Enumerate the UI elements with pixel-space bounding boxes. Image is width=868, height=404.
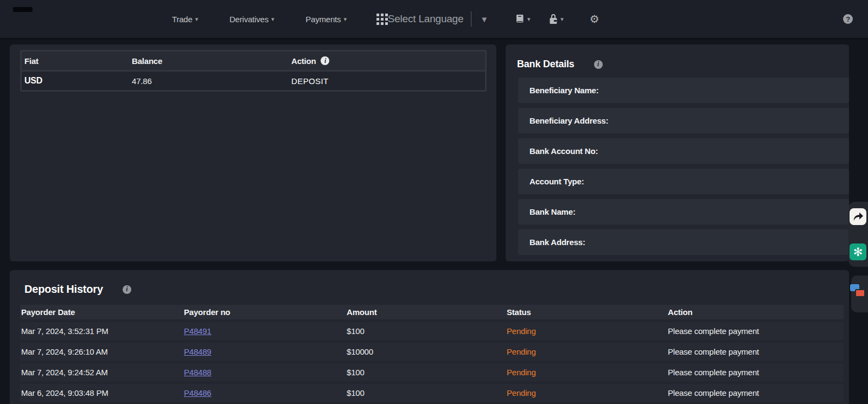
chatgpt-icon[interactable]	[850, 243, 866, 260]
deposit-table-header: Payorder Date Payorder no Amount Status …	[20, 305, 844, 319]
row-action-text: Please complete payment	[668, 368, 844, 377]
payorder-date: Mar 7, 2024, 9:24:52 AM	[20, 368, 184, 377]
chat-bubbles-icon[interactable]	[850, 284, 866, 299]
chevron-down-icon	[195, 16, 198, 22]
amount-col-header: Amount	[347, 307, 507, 317]
page-content: Fiat Balance Action USD 47.86 DEPOSIT	[0, 40, 868, 404]
row-action-text: Please complete payment	[668, 347, 844, 356]
deposit-history-table: Payorder Date Payorder no Amount Status …	[20, 305, 844, 402]
action-col-header: Action	[291, 56, 316, 66]
nav-menu-trade-label: Trade	[172, 15, 193, 24]
payorder-date-col-header: Payorder Date	[20, 307, 184, 317]
book-icon	[514, 14, 525, 24]
language-dropdown-icon[interactable]	[480, 15, 488, 24]
bank-field-account-type: Account Type:	[518, 169, 849, 194]
status-badge: Pending	[507, 388, 668, 397]
bank-field-beneficiary-address: Beneficiary Address:	[518, 108, 849, 133]
table-row: Mar 7, 2024, 9:24:52 AM P48488 $100 Pend…	[20, 363, 844, 381]
app-logo[interactable]	[13, 7, 33, 12]
chevron-down-icon	[560, 16, 563, 22]
amount: $100	[347, 326, 507, 336]
fiat-currency: USD	[22, 76, 132, 86]
bank-details-panel: Bank Details Beneficiary Name: Beneficia…	[506, 44, 849, 261]
status-badge: Pending	[507, 368, 668, 377]
fiat-table: Fiat Balance Action USD 47.86 DEPOSIT	[20, 50, 487, 92]
payorder-no-link[interactable]: P48486	[184, 388, 212, 397]
payorder-date: Mar 6, 2024, 9:03:48 PM	[20, 388, 184, 397]
status-badge: Pending	[507, 326, 668, 336]
nav-menu-payments-label: Payments	[305, 15, 341, 24]
bank-field-label: Bank Account No:	[529, 146, 598, 156]
amount: $10000	[347, 347, 507, 356]
chevron-down-icon	[271, 16, 274, 22]
fiat-table-header: Fiat Balance Action	[22, 52, 485, 70]
bank-field-label: Beneficiary Name:	[529, 86, 599, 95]
payorder-date: Mar 7, 2024, 9:26:10 AM	[20, 347, 184, 356]
fiat-row-usd: USD 47.86 DEPOSIT	[22, 72, 485, 90]
action-col-header: Action	[668, 307, 844, 317]
payorder-no-link[interactable]: P48489	[184, 347, 212, 356]
balance-col-header: Balance	[132, 56, 291, 66]
table-row: Mar 7, 2024, 3:52:31 PM P48491 $100 Pend…	[20, 322, 844, 340]
status-badge: Pending	[507, 347, 668, 356]
nav-menu-payments[interactable]: Payments	[305, 15, 346, 24]
bank-field-bank-name: Bank Name:	[518, 199, 849, 225]
lock-menu-button[interactable]	[548, 14, 563, 25]
amount: $100	[347, 388, 507, 397]
settings-gear-icon[interactable]	[590, 14, 599, 24]
bank-field-label: Bank Address:	[529, 238, 585, 247]
row-action-text: Please complete payment	[668, 326, 844, 336]
payorder-no-link[interactable]: P48491	[184, 326, 212, 336]
fiat-col-header: Fiat	[22, 56, 132, 66]
bank-field-beneficiary-name: Beneficiary Name:	[518, 78, 849, 103]
share-arrow-icon	[852, 211, 864, 222]
status-col-header: Status	[507, 307, 668, 317]
fiat-balance-panel: Fiat Balance Action USD 47.86 DEPOSIT	[10, 44, 496, 261]
chevron-down-icon	[527, 16, 530, 22]
share-icon[interactable]	[850, 208, 866, 225]
deposit-action-link[interactable]: DEPOSIT	[291, 76, 329, 86]
top-navbar: Trade Derivatives Payments Select Langua…	[0, 0, 868, 40]
bank-details-title: Bank Details	[517, 59, 575, 70]
payorder-date: Mar 7, 2024, 3:52:31 PM	[20, 326, 184, 336]
book-menu-button[interactable]	[514, 14, 530, 24]
fiat-balance-value: 47.86	[132, 76, 291, 86]
bank-field-account-no: Bank Account No:	[518, 138, 849, 164]
chevron-down-icon	[343, 16, 346, 22]
action-info-icon[interactable]	[321, 56, 329, 65]
help-icon[interactable]	[843, 14, 853, 24]
main-nav: Trade Derivatives Payments	[172, 15, 347, 24]
payorder-no-col-header: Payorder no	[184, 307, 347, 317]
table-row: Mar 7, 2024, 9:26:10 AM P48489 $10000 Pe…	[20, 343, 844, 361]
bank-details-info-icon[interactable]	[594, 60, 603, 69]
navbar-right: Select Language	[388, 11, 853, 27]
bank-details-fields: Beneficiary Name: Beneficiary Address: B…	[518, 78, 849, 255]
table-row: Mar 6, 2024, 9:03:48 PM P48486 $100 Pend…	[20, 384, 844, 402]
apps-grid-icon[interactable]	[376, 14, 388, 25]
nav-menu-trade[interactable]: Trade	[172, 15, 198, 24]
deposit-history-title: Deposit History	[24, 283, 103, 296]
chat-bubble-red	[855, 289, 865, 297]
deposit-history-info-icon[interactable]	[123, 285, 131, 294]
nav-menu-derivatives[interactable]: Derivatives	[229, 15, 274, 24]
row-action-text: Please complete payment	[668, 388, 844, 397]
deposit-history-panel: Deposit History Payorder Date Payorder n…	[10, 270, 849, 404]
nav-menu-derivatives-label: Derivatives	[229, 15, 269, 24]
amount: $100	[347, 368, 507, 377]
bank-field-label: Beneficiary Address:	[529, 116, 609, 125]
lock-icon	[548, 14, 558, 25]
payorder-no-link[interactable]: P48488	[184, 368, 212, 377]
bank-field-bank-address: Bank Address:	[518, 229, 849, 255]
bank-field-label: Bank Name:	[529, 207, 576, 216]
select-language-button[interactable]: Select Language	[388, 13, 464, 25]
bank-field-label: Account Type:	[529, 177, 584, 186]
divider	[471, 11, 471, 27]
